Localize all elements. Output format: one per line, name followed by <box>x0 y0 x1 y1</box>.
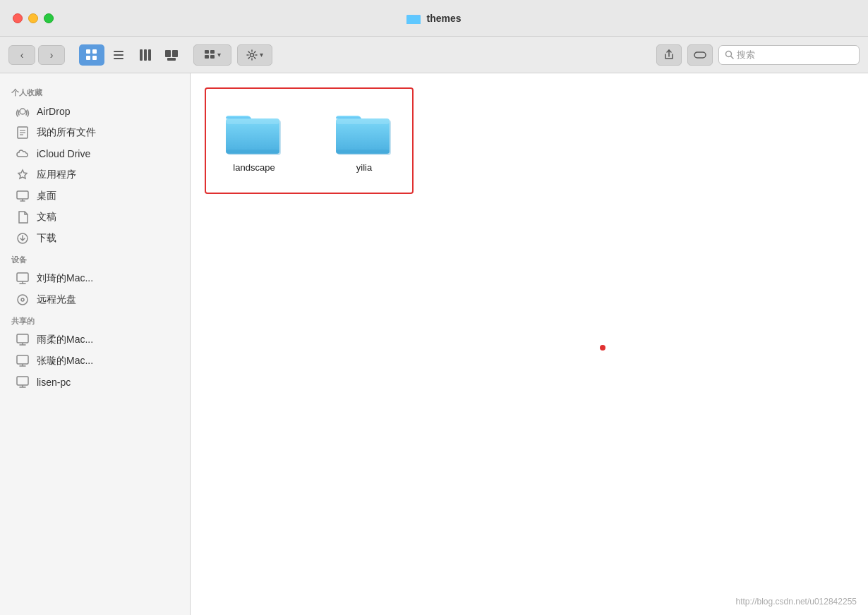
back-button[interactable]: ‹ <box>8 45 35 65</box>
svg-rect-19 <box>210 55 215 59</box>
svg-rect-17 <box>210 50 215 54</box>
share-button[interactable] <box>656 44 682 66</box>
sidebar-item-allfiles[interactable]: 我的所有文件 <box>4 122 186 143</box>
list-view-icon <box>112 49 125 61</box>
mac-zhangxuan-label: 张璇的Mac... <box>37 355 93 367</box>
mac-yurou-label: 雨柔的Mac... <box>37 334 93 346</box>
airdrop-icon <box>16 104 30 118</box>
sidebar-item-icloud[interactable]: iCloud Drive <box>4 143 186 164</box>
svg-rect-9 <box>114 58 123 59</box>
dropdown-arrow-group: ▾ <box>217 51 221 59</box>
minimize-button[interactable] <box>28 13 38 23</box>
view-list-button[interactable] <box>106 44 131 66</box>
folder-yilia[interactable]: yilia <box>330 103 398 178</box>
svg-rect-13 <box>165 50 171 57</box>
sidebar-item-docs[interactable]: 文稿 <box>4 207 186 228</box>
svg-rect-29 <box>17 191 28 199</box>
svg-rect-6 <box>92 56 97 60</box>
svg-rect-3 <box>86 49 90 54</box>
maximize-button[interactable] <box>44 13 54 23</box>
sidebar-item-lisen-pc[interactable]: lisen-pc <box>4 372 186 393</box>
forward-button[interactable]: › <box>38 45 65 65</box>
svg-rect-12 <box>148 49 151 61</box>
svg-rect-11 <box>144 49 147 61</box>
view-columns-button[interactable] <box>133 44 158 66</box>
desktop-label: 桌面 <box>37 190 56 202</box>
svg-rect-14 <box>172 50 178 57</box>
desktop-icon <box>16 189 30 203</box>
icloud-label: iCloud Drive <box>37 148 90 159</box>
sidebar-item-desktop[interactable]: 桌面 <box>4 185 186 207</box>
remote-disc-label: 远程光盘 <box>37 293 76 306</box>
watermark: http://blog.csdn.net/u012842255 <box>736 597 857 607</box>
svg-rect-8 <box>114 54 123 56</box>
tag-button[interactable] <box>687 44 713 66</box>
view-icon-button[interactable] <box>79 44 104 66</box>
sidebar-item-apps[interactable]: 应用程序 <box>4 164 186 185</box>
sidebar-item-mac-liuqi[interactable]: 刘琦的Mac... <box>4 268 186 289</box>
svg-point-24 <box>20 109 25 114</box>
close-button[interactable] <box>13 13 23 23</box>
toolbar: ‹ › <box>0 37 868 73</box>
gear-button[interactable]: ▾ <box>237 44 272 66</box>
docs-label: 文稿 <box>37 211 56 224</box>
folder-landscape[interactable]: landscape <box>220 103 288 178</box>
svg-rect-38 <box>17 334 28 343</box>
view-gallery-button[interactable] <box>159 44 185 66</box>
columns-view-icon <box>139 49 152 61</box>
sidebar-item-mac-yurou[interactable]: 雨柔的Mac... <box>4 329 186 351</box>
search-placeholder: 搜索 <box>737 49 755 61</box>
group-icon <box>204 49 215 61</box>
svg-rect-21 <box>694 52 706 58</box>
selection-box: landscape <box>205 87 414 194</box>
svg-point-36 <box>18 295 28 305</box>
sidebar: 个人收藏 AirDrop <box>0 73 191 615</box>
view-controls <box>79 44 185 66</box>
icon-view-icon <box>85 49 98 61</box>
svg-rect-4 <box>92 49 97 54</box>
allfiles-icon <box>16 126 30 140</box>
svg-rect-41 <box>17 355 28 364</box>
computer-icon-yurou <box>16 333 30 347</box>
svg-rect-50 <box>226 150 279 154</box>
folder-yilia-icon <box>336 109 392 157</box>
traffic-lights <box>13 13 54 23</box>
folder-landscape-label: landscape <box>233 162 275 173</box>
sidebar-item-remote-disc[interactable]: 远程光盘 <box>4 289 186 310</box>
svg-rect-53 <box>336 118 390 124</box>
folder-yilia-label: yilia <box>356 162 372 173</box>
folder-landscape-icon <box>226 109 282 157</box>
sidebar-item-downloads[interactable]: 下载 <box>4 228 186 249</box>
gear-button-group: ▾ <box>237 44 272 66</box>
svg-rect-54 <box>336 150 390 154</box>
svg-rect-10 <box>140 49 143 61</box>
lisen-pc-label: lisen-pc <box>37 377 71 388</box>
search-box[interactable]: 搜索 <box>718 45 860 65</box>
dropdown-arrow-gear: ▾ <box>260 51 263 59</box>
share-icon <box>663 49 675 61</box>
svg-rect-33 <box>17 273 28 281</box>
gallery-view-icon <box>164 49 180 61</box>
svg-rect-44 <box>17 377 28 385</box>
sidebar-section-favorites: 个人收藏 <box>0 82 190 101</box>
main: 个人收藏 AirDrop <box>0 73 868 615</box>
content-area: landscape <box>191 73 868 615</box>
sidebar-item-mac-zhangxuan[interactable]: 张璇的Mac... <box>4 351 186 372</box>
svg-rect-7 <box>114 51 123 52</box>
downloads-icon <box>16 231 30 245</box>
svg-rect-49 <box>226 118 279 124</box>
group-button[interactable]: ▾ <box>193 44 231 66</box>
svg-rect-5 <box>86 56 90 60</box>
airdrop-label: AirDrop <box>37 106 70 117</box>
disc-icon <box>16 293 30 307</box>
forward-icon: › <box>50 49 54 61</box>
docs-icon <box>16 210 30 224</box>
mac-liuqi-label: 刘琦的Mac... <box>37 272 93 285</box>
svg-point-37 <box>21 298 24 301</box>
sidebar-item-airdrop[interactable]: AirDrop <box>4 101 186 122</box>
svg-rect-18 <box>205 55 209 59</box>
search-icon <box>725 50 734 59</box>
svg-line-23 <box>731 56 734 59</box>
folder-icon-title <box>406 13 421 24</box>
apps-icon <box>16 168 30 182</box>
